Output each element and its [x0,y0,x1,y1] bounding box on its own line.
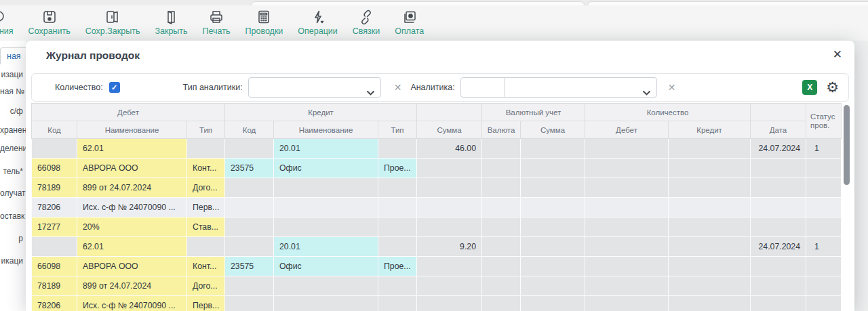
cell-credit_name[interactable] [274,217,378,237]
cell-credit_name[interactable] [274,198,378,217]
cell-sum[interactable] [417,198,482,217]
cell-sum[interactable] [417,257,482,276]
column-header-qty-debit[interactable]: Дебет [585,121,669,139]
cell-credit_type[interactable]: Прое... [378,257,417,276]
cell-status[interactable] [806,296,842,311]
cell-currency_sum[interactable] [521,198,585,217]
cell-credit_code[interactable] [225,237,274,257]
cell-date[interactable]: 24.07.2024 [751,237,806,257]
cell-currency_sum[interactable] [521,257,585,276]
table-row[interactable]: 62.0120.019.2024.07.20241 [32,237,842,257]
cell-status[interactable]: 1 [806,139,842,159]
cell-date[interactable] [751,159,806,178]
cell-credit_code[interactable]: 23575 [225,257,274,276]
table-row[interactable]: 78206Исх. с-ф № 24070090 ...Перв... [32,198,842,217]
cell-currency_sum[interactable] [521,139,585,159]
cell-debit_type[interactable] [187,237,225,257]
cell-credit_name[interactable]: 20.01 [274,237,378,257]
cell-debit_name[interactable]: АВРОРА ООО [77,257,187,276]
cell-qty_debit[interactable] [585,276,669,296]
cell-currency[interactable] [482,237,521,257]
cell-currency[interactable] [482,159,521,178]
cell-qty_credit[interactable] [669,139,751,159]
cell-qty_credit[interactable] [669,217,751,237]
column-header-date[interactable]: Дата [751,121,806,139]
cell-credit_type[interactable] [378,139,417,159]
cell-debit_code[interactable]: 78189 [32,178,77,198]
column-header-credit-name[interactable]: Наименование [274,121,378,139]
cell-currency_sum[interactable] [521,276,585,296]
cell-sum[interactable]: 9.20 [417,237,482,257]
cell-qty_credit[interactable] [669,276,751,296]
column-header-sum[interactable]: Сумма [417,121,482,139]
cell-credit_name[interactable] [274,276,378,296]
cell-currency[interactable] [482,276,521,296]
cell-qty_credit[interactable] [669,257,751,276]
cell-credit_code[interactable]: 23575 [225,159,274,178]
cell-qty_debit[interactable] [585,139,669,159]
cell-status[interactable]: 1 [806,237,842,257]
operations-button[interactable]: Операции [290,5,344,36]
close-button[interactable]: Закрыть [147,5,195,36]
cell-currency[interactable] [482,139,521,159]
cell-date[interactable] [751,217,806,237]
analytics-combo[interactable] [460,77,657,98]
toolbar-item-partial[interactable]: ения [0,5,21,36]
cell-status[interactable] [806,159,842,178]
clear-analytics-icon[interactable]: ✕ [668,82,676,93]
cell-debit_type[interactable] [187,139,225,159]
cell-currency[interactable] [482,296,521,311]
table-row[interactable]: 78206Исх. с-ф № 24070090 ...Перв... [32,296,842,311]
underlying-active-tab[interactable]: ная [0,47,26,64]
cell-debit_type[interactable]: Перв... [187,296,225,311]
column-header-debit-name[interactable]: Наименование [77,121,187,139]
cell-debit_code[interactable]: 66098 [32,257,77,276]
cell-debit_name[interactable]: 899 от 24.07.2024 [77,178,187,198]
cell-credit_type[interactable] [378,198,417,217]
cell-credit_code[interactable] [225,198,274,217]
print-button[interactable]: Печать [195,5,238,36]
cell-qty_debit[interactable] [585,257,669,276]
dialog-close-icon[interactable]: ✕ [833,48,842,62]
cell-credit_code[interactable] [225,217,274,237]
cell-debit_name[interactable]: 20% [77,217,187,237]
cell-debit_code[interactable]: 78206 [32,198,77,217]
cell-credit_name[interactable] [274,178,378,198]
cell-debit_code[interactable]: 17277 [32,217,77,237]
cell-credit_type[interactable] [378,178,417,198]
cell-currency_sum[interactable] [521,217,585,237]
cell-qty_credit[interactable] [669,198,751,217]
cell-status[interactable] [806,257,842,276]
cell-date[interactable]: 24.07.2024 [751,139,806,159]
gear-icon[interactable]: ⚙ [826,80,839,95]
table-row[interactable]: 66098АВРОРА ОООКонт...23575ОфисПрое... [32,257,842,276]
cell-debit_code[interactable]: 66098 [32,159,77,178]
cell-currency_sum[interactable] [521,296,585,311]
cell-qty_credit[interactable] [669,159,751,178]
cell-qty_credit[interactable] [669,237,751,257]
cell-credit_code[interactable] [225,178,274,198]
column-header-debit-code[interactable]: Код [32,121,77,139]
cell-qty_debit[interactable] [585,159,669,178]
payment-button[interactable]: Оплата [387,5,431,36]
column-header-currency-sum[interactable]: Сумма [521,121,585,139]
cell-credit_type[interactable]: Прое... [378,159,417,178]
cell-credit_name[interactable]: Офис [274,257,378,276]
table-row[interactable]: 66098АВРОРА ОООКонт...23575ОфисПрое... [32,159,842,178]
cell-status[interactable] [806,276,842,296]
cell-debit_type[interactable]: Став... [187,217,225,237]
cell-debit_type[interactable]: Конт... [187,257,225,276]
quantity-checkbox[interactable]: ✓ [109,82,120,93]
cell-debit_type[interactable]: Конт... [187,159,225,178]
table-row[interactable]: 78189899 от 24.07.2024Дого... [32,178,842,198]
cell-qty_debit[interactable] [585,296,669,311]
cell-debit_code[interactable]: 78206 [32,296,77,311]
cell-currency[interactable] [482,198,521,217]
cell-sum[interactable] [417,276,482,296]
cell-credit_code[interactable] [225,139,274,159]
export-excel-button[interactable]: X [802,80,817,95]
cell-date[interactable] [751,178,806,198]
cell-credit_code[interactable] [225,296,274,311]
cell-credit_type[interactable] [378,276,417,296]
cell-debit_name[interactable]: Исх. с-ф № 24070090 ... [77,198,187,217]
